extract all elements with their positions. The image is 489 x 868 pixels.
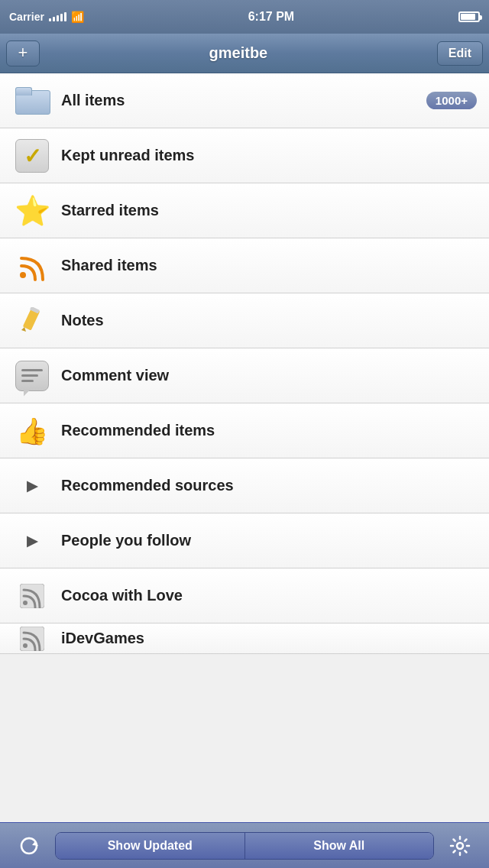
list-item-all-items[interactable]: All items 1000+ <box>0 73 489 128</box>
cocoa-love-label: Cocoa with Love <box>61 587 477 604</box>
svg-point-5 <box>23 601 28 605</box>
thumbsup-icon: 👍 <box>12 411 52 451</box>
wifi-icon: 📶 <box>71 11 84 23</box>
recommended-items-label: Recommended items <box>61 422 477 439</box>
carrier-label: Carrier <box>9 11 44 23</box>
kept-unread-label: Kept unread items <box>61 147 477 164</box>
show-updated-button[interactable]: Show Updated <box>56 833 245 859</box>
list-item-kept-unread[interactable]: Kept unread items <box>0 128 489 183</box>
edit-button[interactable]: Edit <box>437 41 483 66</box>
signal-bar-1 <box>49 18 51 21</box>
list-item-people-follow[interactable]: ▶ People you follow <box>0 513 489 568</box>
list-item-recommended-sources[interactable]: ▶ Recommended sources <box>0 458 489 513</box>
chevron-right-icon: ▶ <box>12 466 52 506</box>
nav-bar: + gmeitbe Edit <box>0 34 489 73</box>
status-bar: Carrier 📶 6:17 PM <box>0 0 489 34</box>
list-item-comment-view[interactable]: Comment view <box>0 348 489 403</box>
signal-bar-3 <box>57 15 59 21</box>
nav-title: gmeitbe <box>209 44 268 62</box>
signal-bars <box>49 12 66 21</box>
people-follow-label: People you follow <box>61 532 477 549</box>
signal-bar-2 <box>53 17 55 21</box>
toolbar: Show Updated Show All <box>0 822 489 868</box>
folder-icon <box>12 81 52 121</box>
list-item-cocoa-love[interactable]: Cocoa with Love <box>0 568 489 623</box>
main-list: All items 1000+ Kept unread items ⭐ Star… <box>0 73 489 654</box>
shared-label: Shared items <box>61 257 477 274</box>
svg-point-7 <box>23 643 28 648</box>
starred-label: Starred items <box>61 202 477 219</box>
recommended-sources-label: Recommended sources <box>61 477 477 494</box>
list-item-idev-games[interactable]: iDevGames <box>0 623 489 654</box>
status-left: Carrier 📶 <box>9 11 84 23</box>
rss-icon <box>12 246 52 286</box>
list-item-notes[interactable]: Notes <box>0 293 489 348</box>
comment-view-label: Comment view <box>61 367 477 384</box>
checkmark-icon <box>12 136 52 176</box>
refresh-button[interactable] <box>9 829 49 863</box>
rss-small-icon <box>12 576 52 616</box>
status-right <box>458 11 480 22</box>
notes-label: Notes <box>61 312 477 329</box>
star-icon: ⭐ <box>12 191 52 231</box>
settings-button[interactable] <box>440 829 480 863</box>
chevron-right-icon-2: ▶ <box>12 521 52 561</box>
idev-games-label: iDevGames <box>61 630 477 647</box>
list-item-shared[interactable]: Shared items <box>0 238 489 293</box>
signal-bar-5 <box>64 12 66 21</box>
list-item-starred[interactable]: ⭐ Starred items <box>0 183 489 238</box>
comment-bubble-icon <box>12 356 52 396</box>
svg-point-0 <box>20 272 26 278</box>
list-item-recommended-items[interactable]: 👍 Recommended items <box>0 403 489 458</box>
show-all-button[interactable]: Show All <box>245 833 434 859</box>
all-items-badge: 1000+ <box>426 92 477 109</box>
status-time: 6:17 PM <box>248 10 294 24</box>
add-button[interactable]: + <box>6 40 40 66</box>
battery-icon <box>458 11 480 22</box>
svg-point-9 <box>457 843 463 849</box>
signal-bar-4 <box>60 14 63 21</box>
rss-small-icon-2 <box>12 623 52 654</box>
segmented-control: Show Updated Show All <box>55 832 434 860</box>
pencil-icon <box>12 301 52 341</box>
all-items-label: All items <box>61 92 426 109</box>
